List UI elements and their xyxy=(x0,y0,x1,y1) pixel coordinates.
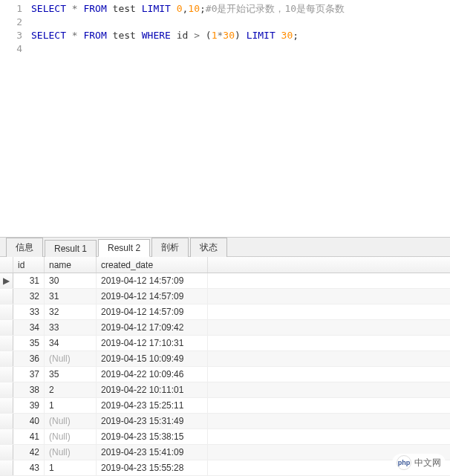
cell-id[interactable]: 37 xyxy=(13,367,45,382)
cell-created-date[interactable]: 2019-04-23 15:55:28 xyxy=(97,460,208,475)
cell-name[interactable]: (Null) xyxy=(45,414,97,428)
cell-created-date[interactable]: 2019-04-12 17:10:31 xyxy=(97,336,208,351)
cell-name[interactable]: 1 xyxy=(45,460,97,475)
cell-id[interactable]: 31 xyxy=(13,273,45,288)
cell-created-date[interactable]: 2019-04-12 17:09:42 xyxy=(97,320,208,335)
table-row[interactable]: 33322019-04-12 14:57:09 xyxy=(0,304,450,320)
row-indicator-icon xyxy=(0,398,13,413)
table-row[interactable]: 41(Null)2019-04-23 15:38:15 xyxy=(0,429,450,445)
cell-name[interactable]: (Null) xyxy=(45,429,97,444)
table-row[interactable]: 40(Null)2019-04-23 15:31:49 xyxy=(0,414,450,429)
row-indicator-icon: ▶ xyxy=(0,273,13,288)
cell-id[interactable]: 36 xyxy=(13,351,45,366)
table-row[interactable]: 42(Null)2019-04-23 15:41:09 xyxy=(0,445,450,460)
watermark-text: 中文网 xyxy=(414,457,441,469)
keyword-where: WHERE xyxy=(142,30,171,41)
table-row[interactable]: 36(Null)2019-04-15 10:09:49 xyxy=(0,351,450,367)
keyword-limit: LIMIT xyxy=(247,30,275,41)
cell-id[interactable]: 35 xyxy=(13,336,45,351)
cell-name[interactable]: 1 xyxy=(45,398,97,413)
cell-name[interactable]: (Null) xyxy=(45,445,97,460)
row-indicator-icon xyxy=(0,460,13,475)
editor-gutter: 1 2 3 4 xyxy=(0,0,28,237)
row-indicator-icon xyxy=(0,445,13,460)
line-number: 2 xyxy=(0,16,22,29)
cell-created-date[interactable]: 2019-04-15 10:09:49 xyxy=(97,351,208,366)
row-indicator-icon xyxy=(0,414,13,428)
cell-id[interactable]: 38 xyxy=(13,382,45,397)
cell-id[interactable]: 40 xyxy=(13,414,45,428)
table-row[interactable]: ▶31302019-04-12 14:57:09 xyxy=(0,273,450,289)
php-logo-icon: php xyxy=(397,455,411,470)
tab-result-2[interactable]: Result 2 xyxy=(98,239,150,257)
table-row[interactable]: 35342019-04-12 17:10:31 xyxy=(0,336,450,351)
table-row[interactable]: 32312019-04-12 14:57:09 xyxy=(0,289,450,304)
tab-status[interactable]: 状态 xyxy=(190,238,227,257)
row-indicator-header[interactable] xyxy=(0,257,13,273)
line-number: 1 xyxy=(0,2,22,16)
tab-info[interactable]: 信息 xyxy=(6,238,43,257)
row-indicator-icon xyxy=(0,382,13,397)
grid-body: ▶31302019-04-12 14:57:0932312019-04-12 1… xyxy=(0,273,450,476)
cell-created-date[interactable]: 2019-04-12 14:57:09 xyxy=(97,289,208,304)
cell-id[interactable]: 33 xyxy=(13,304,45,319)
row-indicator-icon xyxy=(0,429,13,444)
cell-created-date[interactable]: 2019-04-23 15:25:11 xyxy=(97,398,208,413)
keyword-select: SELECT xyxy=(31,30,66,41)
row-indicator-icon xyxy=(0,351,13,366)
cell-name[interactable]: 30 xyxy=(45,273,97,288)
row-indicator-icon xyxy=(0,320,13,335)
table-row[interactable]: 3822019-04-22 10:11:01 xyxy=(0,382,450,398)
column-header-id[interactable]: id xyxy=(13,257,45,273)
cell-created-date[interactable]: 2019-04-12 14:57:09 xyxy=(97,273,208,288)
cell-id[interactable]: 39 xyxy=(13,398,45,413)
tab-profile[interactable]: 剖析 xyxy=(151,238,189,257)
line-number: 4 xyxy=(0,42,22,56)
table-row[interactable]: 3912019-04-23 15:25:11 xyxy=(0,398,450,414)
cell-name[interactable]: (Null) xyxy=(45,351,97,366)
table-row[interactable]: 37352019-04-22 10:09:46 xyxy=(0,367,450,382)
result-grid[interactable]: id name created_date ▶31302019-04-12 14:… xyxy=(0,257,450,476)
cell-created-date[interactable]: 2019-04-22 10:11:01 xyxy=(97,382,208,397)
watermark: php 中文网 xyxy=(392,454,446,472)
cell-created-date[interactable]: 2019-04-12 14:57:09 xyxy=(97,304,208,319)
cell-name[interactable]: 32 xyxy=(45,304,97,319)
line-number: 3 xyxy=(0,29,22,42)
cell-name[interactable]: 2 xyxy=(45,382,97,397)
cell-created-date[interactable]: 2019-04-23 15:38:15 xyxy=(97,429,208,444)
keyword-limit: LIMIT xyxy=(142,3,171,14)
column-header-name[interactable]: name xyxy=(45,257,97,273)
result-tabs: 信息 Result 1 Result 2 剖析 状态 xyxy=(0,238,450,257)
sql-comment: #0是开始记录数，10是每页条数 xyxy=(206,3,345,14)
cell-name[interactable]: 34 xyxy=(45,336,97,351)
keyword-from: FROM xyxy=(83,30,106,41)
column-header-created-date[interactable]: created_date xyxy=(97,257,208,273)
row-indicator-icon xyxy=(0,336,13,351)
cell-id[interactable]: 41 xyxy=(13,429,45,444)
keyword-select: SELECT xyxy=(31,3,66,14)
cell-created-date[interactable]: 2019-04-22 10:09:46 xyxy=(97,367,208,382)
row-indicator-icon xyxy=(0,289,13,304)
row-indicator-icon xyxy=(0,304,13,319)
row-indicator-icon xyxy=(0,367,13,382)
table-row[interactable]: 4312019-04-23 15:55:28 xyxy=(0,460,450,476)
cell-created-date[interactable]: 2019-04-23 15:31:49 xyxy=(97,414,208,428)
cell-name[interactable]: 33 xyxy=(45,320,97,335)
cell-name[interactable]: 35 xyxy=(45,367,97,382)
sql-editor[interactable]: 1 2 3 4 SELECT * FROM test LIMIT 0,10;#0… xyxy=(0,0,450,238)
editor-content[interactable]: SELECT * FROM test LIMIT 0,10;#0是开始记录数，1… xyxy=(28,0,450,237)
cell-id[interactable]: 42 xyxy=(13,445,45,460)
cell-created-date[interactable]: 2019-04-23 15:41:09 xyxy=(97,445,208,460)
cell-id[interactable]: 32 xyxy=(13,289,45,304)
grid-header: id name created_date xyxy=(0,257,450,273)
tab-result-1[interactable]: Result 1 xyxy=(45,240,97,257)
cell-name[interactable]: 31 xyxy=(45,289,97,304)
cell-id[interactable]: 34 xyxy=(13,320,45,335)
keyword-from: FROM xyxy=(83,3,106,14)
table-row[interactable]: 34332019-04-12 17:09:42 xyxy=(0,320,450,336)
cell-id[interactable]: 43 xyxy=(13,460,45,475)
